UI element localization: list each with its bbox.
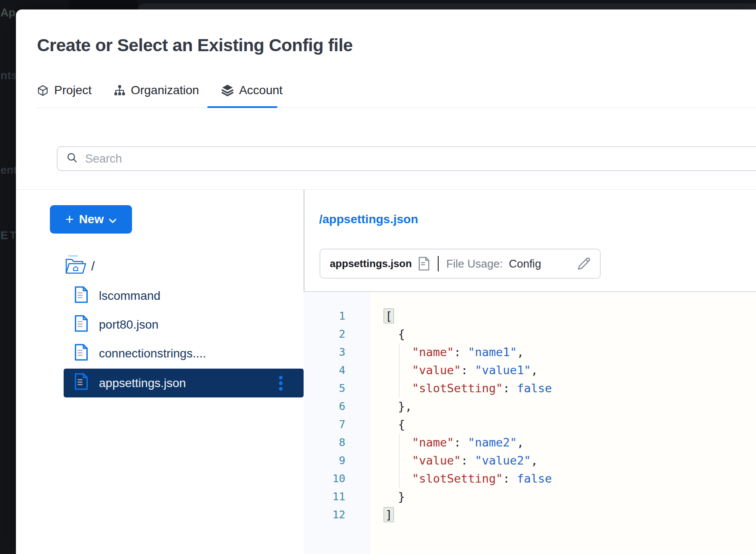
line-number: 2 [304,325,345,343]
code-line: "slotSetting": false [384,470,552,488]
line-number: 1 [304,307,345,325]
tab-project-label: Project [54,83,92,97]
chip-separator [438,256,439,271]
code-line: { [384,325,552,343]
plus-icon: + [65,212,74,226]
pencil-icon[interactable] [577,256,591,271]
scope-tabs: Project Organization [37,79,283,102]
line-number: 7 [304,416,345,434]
active-tab-indicator [207,106,277,108]
kebab-menu-icon[interactable] [278,375,284,392]
file-doc-icon [74,373,89,393]
editor-gutter: 123456789101112 [304,292,370,554]
code-line: } [384,488,552,506]
code-editor[interactable]: 123456789101112 [ { "name": "name1", "va… [304,292,756,554]
tree-root-folder[interactable]: / [65,256,95,276]
open-folder-home-icon [65,255,87,278]
file-path-title: /appsettings.json [319,212,418,226]
line-number: 4 [304,361,345,379]
tree-root-label: / [91,259,95,274]
tabs-divider [37,108,756,108]
line-number: 3 [304,343,345,361]
line-number: 12 [304,506,345,524]
line-number: 11 [304,488,345,506]
chevron-down-icon [109,212,117,226]
search-box [57,146,756,171]
backdrop-left-strip: Api nts ents ET [0,0,16,554]
code-line: ] [384,506,552,524]
tab-account-label: Account [239,83,283,97]
tree-file-label: lscommand [99,289,160,303]
document-icon [418,256,430,271]
line-number: 10 [304,470,345,488]
file-usage-label: File Usage: [446,257,503,271]
chip-file-name: appsettings.json [330,258,412,270]
file-doc-icon [74,286,89,306]
tab-account[interactable]: Account [221,83,283,97]
config-file-modal: Create or Select an Existing Config file… [16,9,756,554]
screen: Api nts ents ET Create or Select an Exis… [0,0,756,554]
line-number: 8 [304,434,345,452]
tree-file-row[interactable]: port80.json [74,315,159,334]
tab-organization[interactable]: Organization [114,83,199,97]
search-input[interactable] [84,152,602,166]
new-button[interactable]: + New [50,205,132,234]
file-doc-icon [74,344,89,364]
tree-file-label: connectionstrings.... [99,347,206,360]
code-line: }, [384,397,552,416]
modal-title: Create or Select an Existing Config file [37,35,353,55]
tree-file-row[interactable]: lscommand [74,286,160,305]
code-content: [ { "name": "name1", "value": "value1", … [384,307,552,524]
tree-file-label: port80.json [99,318,159,332]
file-usage-chip: appsettings.json File Usage: Config [320,249,601,279]
tree-file-row-selected[interactable]: appsettings.json [64,369,304,397]
new-button-label: New [79,212,104,226]
clipped-text-fragment: ents [0,163,16,177]
tab-organization-label: Organization [131,83,199,97]
code-line: "value": "value1", [384,361,552,379]
org-chart-icon [114,85,125,96]
code-line: "name": "name2", [384,434,552,452]
line-number: 6 [304,397,345,416]
tree-file-label: appsettings.json [99,376,186,390]
clipped-text-fragment: ET [0,229,16,242]
file-usage-value: Config [509,257,541,271]
line-number: 9 [304,452,345,470]
section-divider [16,189,756,190]
cube-icon [37,85,49,96]
clipped-text-fragment: Api [0,6,16,19]
line-number: 5 [304,379,345,397]
search-icon [66,152,78,166]
code-line: "slotSetting": false [384,379,552,397]
clipped-text-fragment: nts [0,69,16,82]
code-line: { [384,416,552,434]
code-line: "value": "value2", [384,452,552,470]
code-line: "name": "name1", [384,343,552,361]
layers-icon [221,84,234,96]
tree-file-row[interactable]: connectionstrings.... [74,344,206,363]
file-doc-icon [74,315,89,335]
tab-project[interactable]: Project [37,83,92,97]
code-line: [ [384,307,552,325]
